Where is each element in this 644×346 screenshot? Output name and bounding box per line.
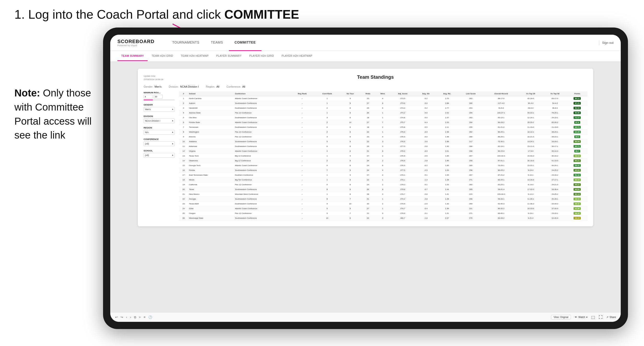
filter-gender-select[interactable]: Men's ▾ [144, 107, 175, 112]
cell-conference: Pac-12 Conference [234, 134, 290, 139]
cell-avg-rd: 2.01 [436, 149, 458, 153]
cell-avg-sg: -5.2 [415, 106, 436, 110]
share-button[interactable]: ↗ Share [606, 316, 616, 319]
cell-avg-rd: 1.90 [436, 144, 458, 149]
cell-avg-sg: -6.2 [415, 163, 436, 168]
cell-points: 46.14 [567, 192, 588, 196]
sub-tab-team-h2h-heatmap[interactable]: TEAM H2H HEATMAP [177, 51, 212, 61]
data-card: Update time: 27/03/2024 16:56:26 Team St… [138, 69, 593, 226]
watch-button[interactable]: 👁 Watch ▾ [575, 316, 588, 319]
toolbar-clock-icon[interactable]: 🕐 [148, 315, 152, 319]
cell-adj-score: 275.7 [390, 120, 415, 125]
cell-conference: Atlantic Coast Conference [234, 206, 290, 211]
toolbar-undo-icon[interactable]: ↩ [115, 315, 118, 319]
cell-avg-rd: 1.28 [436, 177, 458, 182]
sub-tab-player-summary[interactable]: PLAYER SUMMARY [212, 51, 246, 61]
cell-rnds: 26 [360, 110, 376, 115]
cell-points: 45.02 [567, 168, 588, 173]
nav-tournaments[interactable]: TOURNAMENTS [166, 35, 205, 51]
cell-points: 59.47 [567, 163, 588, 168]
cell-no-tour: 8 [340, 144, 360, 149]
cell-overall-record: 61-21-0 [484, 125, 518, 130]
filter-region-select[interactable]: N/A ▾ [144, 130, 175, 135]
sub-tab-player-h2h-heatmap[interactable]: PLAYER H2H HEATMAP [278, 51, 316, 61]
filter-school-select[interactable]: (All) ▾ [144, 153, 175, 158]
cell-points: 90.98 [567, 110, 588, 115]
cell-avg-sg: -0.4 [415, 206, 436, 211]
toolbar-fullscreen-icon[interactable]: ⛶ [599, 315, 602, 320]
toolbar-redo-icon[interactable]: ↪ [120, 315, 123, 319]
toolbar-back-icon[interactable]: ‹ [126, 315, 127, 319]
cell-adj-score: 276.3 [390, 163, 415, 168]
cell-avg-rd: 1.98 [436, 130, 458, 134]
cell-reg-rank: – [290, 96, 314, 101]
toolbar-menu-icon[interactable]: ≡ [144, 315, 146, 319]
cell-low-score: 203 [458, 106, 484, 110]
cell-reg-rank: – [290, 144, 314, 149]
nav-teams[interactable]: TEAMS [205, 35, 229, 51]
sub-tab-player-h2h-grid[interactable]: PLAYER H2H GRID [246, 51, 278, 61]
cell-wins: 4 [375, 173, 390, 177]
col-adj-score: Adj. Score [390, 91, 415, 96]
cell-no-tour: 6 [340, 115, 360, 120]
cell-rank: 13 [179, 153, 188, 158]
cell-reg-rank: – [290, 106, 314, 110]
cell-school: Arkansas [188, 144, 234, 149]
cell-vs-top-25: 12-14-1 [519, 115, 543, 120]
cell-points: 38.54 [567, 196, 588, 201]
cell-avg-rd: 1.85 [436, 153, 458, 158]
cell-school: East Tennessee State [188, 173, 234, 177]
cell-no-tour: 7 [340, 211, 360, 216]
slider-bar[interactable] [144, 100, 175, 100]
filter-division-select[interactable]: NCAA Division I ▾ [144, 118, 175, 123]
cell-vs-top-25: 30-4-0 [519, 101, 543, 106]
standings-table: # School Conference Reg Rank Conf Rank N… [179, 91, 588, 221]
nav-tabs: TOURNAMENTS TEAMS COMMITTEE [166, 35, 599, 51]
cell-school: Oklahoma [188, 158, 234, 163]
filter-min-from[interactable]: 4 [144, 95, 153, 99]
cell-vs-top-50: 54-4-0 [543, 101, 567, 106]
cell-school: Virginia [188, 149, 234, 153]
cell-low-score: 258 [458, 168, 484, 173]
cell-low-score: 268 [458, 144, 484, 149]
cell-no-tour: 8 [340, 192, 360, 196]
cell-avg-sg: -6.0 [415, 130, 436, 134]
cell-rank: 19 [179, 182, 188, 187]
cell-conf-rank: 5 [314, 211, 340, 216]
nav-committee[interactable]: COMMITTEE [229, 35, 262, 51]
cell-rnds: 23 [360, 216, 376, 220]
cell-overall-record: 97-01-1 [484, 158, 518, 163]
cell-no-tour: 8 [340, 163, 360, 168]
cell-avg-sg: -3.8 [415, 144, 436, 149]
cell-vs-top-50: 63-17-0 [543, 96, 567, 101]
cell-wins: 2 [375, 158, 390, 163]
cell-avg-sg: -3.5 [415, 153, 436, 158]
cell-no-tour: 9 [340, 173, 360, 177]
cell-rnds: 30 [360, 201, 376, 206]
toolbar-icon-2[interactable]: ⬚ [591, 315, 595, 320]
toolbar-add-icon[interactable]: + [139, 315, 141, 319]
cell-points: 99.11 [567, 96, 588, 101]
toolbar-copy-icon[interactable]: ⧉ [134, 315, 136, 319]
cell-overall-record: 63-15-1 [484, 115, 518, 120]
filter-min-to[interactable]: 30 [154, 95, 163, 99]
sub-tab-team-summary[interactable]: TEAM SUMMARY [118, 51, 148, 61]
cell-adj-score: 273.5 [390, 96, 415, 101]
cell-reg-rank: – [290, 187, 314, 192]
cell-reg-rank: – [290, 134, 314, 139]
toolbar-forward-icon[interactable]: › [130, 315, 131, 319]
cell-reg-rank: – [290, 206, 314, 211]
cell-avg-sg: -5.5 [415, 125, 436, 130]
sign-out-link[interactable]: Sign out [602, 41, 614, 44]
view-original-button[interactable]: View: Original [551, 315, 571, 320]
cell-low-score: 271 [458, 211, 484, 216]
cell-adj-score: 277.5 [390, 168, 415, 173]
cell-reg-rank: – [290, 110, 314, 115]
table-row: 11ArkansasSoutheastern Conference–682632… [179, 144, 588, 149]
cell-wins: 1 [375, 177, 390, 182]
sub-tab-team-h2h-grid[interactable]: TEAM H2H GRID [148, 51, 177, 61]
filter-conference-select[interactable]: (All) ▾ [144, 141, 175, 146]
cell-reg-rank: – [290, 101, 314, 106]
cell-conference: Big 12 Conference [234, 153, 290, 158]
cell-points: 38.94 [567, 153, 588, 158]
